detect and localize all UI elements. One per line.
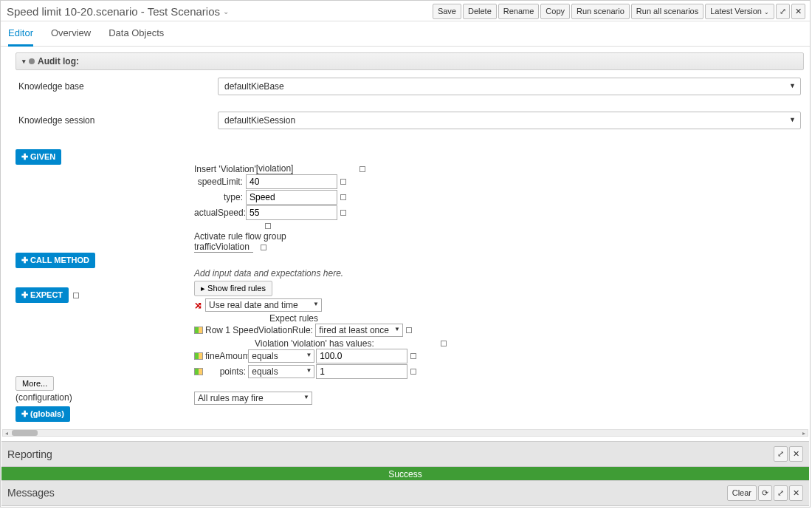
rules-fire-select[interactable]: All rules may fire <box>194 392 312 405</box>
scroll-thumb[interactable] <box>12 430 38 436</box>
scroll-right-icon[interactable]: ▸ <box>800 430 808 436</box>
clear-button[interactable]: Clear <box>727 485 757 501</box>
tab-data-objects[interactable]: Data Objects <box>109 27 164 46</box>
remove-icon[interactable] <box>410 353 416 359</box>
more-button[interactable]: More... <box>16 376 54 391</box>
tab-overview[interactable]: Overview <box>51 27 91 46</box>
expand-icon[interactable]: ⤢ <box>774 446 788 462</box>
points-value-input[interactable] <box>316 364 407 379</box>
type-input[interactable] <box>246 190 337 205</box>
close-icon[interactable]: ✕ <box>789 485 803 501</box>
fineamount-value-input[interactable] <box>316 349 407 363</box>
save-button[interactable]: Save <box>433 4 461 19</box>
header-actions: Save Delete Rename Copy Run scenario Run… <box>433 4 805 19</box>
globals-label: (globals) <box>30 409 64 418</box>
speedlimit-label: speedLimit: <box>194 177 246 187</box>
fineamount-op-select[interactable]: equals <box>248 349 314 363</box>
copy-button[interactable]: Copy <box>540 4 570 19</box>
kbase-label: Knowledge base <box>18 81 218 92</box>
remove-icon[interactable] <box>261 245 266 250</box>
fired-condition-value: fired at least once <box>319 325 389 335</box>
refresh-icon[interactable]: ⟳ <box>758 485 772 501</box>
violation-header: Violation 'violation' has values: <box>255 338 374 349</box>
expand-icon[interactable]: ⤢ <box>776 4 790 19</box>
page-title[interactable]: Speed limit 10-20.scenario - Test Scenar… <box>7 5 229 18</box>
call-method-label: CALL METHOD <box>30 256 89 264</box>
title-text: Speed limit 10-20.scenario - Test Scenar… <box>7 5 220 18</box>
messages-header: Messages Clear ⟳ ⤢ ✕ <box>1 480 809 506</box>
points-op: equals <box>252 366 278 377</box>
globals-button[interactable]: ✚ (globals) <box>16 406 70 422</box>
fineamount-op: equals <box>252 351 278 361</box>
caret-down-icon: ▾ <box>22 58 26 65</box>
reporting-title: Reporting <box>7 448 52 460</box>
row-icon <box>194 327 203 334</box>
remove-icon[interactable] <box>340 179 346 185</box>
row-icon <box>194 368 203 375</box>
reporting-header: Reporting ⤢ ✕ <box>1 441 809 467</box>
fineamount-label: fineAmount: <box>205 351 246 361</box>
show-fired-rules-button[interactable]: ▸ Show fired rules <box>194 281 272 296</box>
delete-button[interactable]: Delete <box>463 4 497 19</box>
close-icon[interactable]: ✕ <box>791 4 805 19</box>
row1-label: Row 1 <box>205 325 230 335</box>
remove-icon[interactable] <box>340 194 346 200</box>
remove-icon[interactable] <box>73 293 79 298</box>
ksession-select[interactable]: defaultKieSession <box>218 112 801 129</box>
remove-icon[interactable] <box>359 166 365 172</box>
rules-fire-value: All rules may fire <box>198 393 264 403</box>
version-dropdown[interactable]: Latest Version ⌄ <box>705 4 774 19</box>
type-label: type: <box>194 192 246 202</box>
actualspeed-input[interactable] <box>246 205 337 220</box>
record-dot-icon <box>29 58 35 64</box>
speedlimit-input[interactable] <box>246 174 337 189</box>
call-method-button[interactable]: ✚ CALL METHOD <box>16 253 95 268</box>
messages-title: Messages <box>7 487 55 499</box>
ksession-row: Knowledge session defaultKieSession <box>1 107 810 134</box>
kbase-row: Knowledge base defaultKieBase <box>1 73 810 100</box>
run-scenario-button[interactable]: Run scenario <box>571 4 630 19</box>
date-mode-select[interactable]: Use real date and time <box>205 298 322 312</box>
given-label: GIVEN <box>30 152 55 161</box>
activate-label: Activate rule flow group <box>194 231 365 242</box>
header-bar: Speed limit 10-20.scenario - Test Scenar… <box>1 1 810 21</box>
fired-condition-select[interactable]: fired at least once <box>315 324 403 337</box>
audit-label: Audit log: <box>38 56 79 66</box>
kbase-select[interactable]: defaultKieBase <box>218 78 801 95</box>
ksession-label: Knowledge session <box>18 115 218 126</box>
scroll-left-icon[interactable]: ◂ <box>3 430 10 436</box>
expect-button[interactable]: ✚ EXPECT <box>16 287 69 303</box>
actualspeed-label: actualSpeed: <box>194 208 246 218</box>
row1-rule: SpeedViolationRule: <box>233 325 313 335</box>
expand-icon[interactable]: ⤢ <box>774 485 788 501</box>
expect-rules-header: Expect rules <box>194 313 393 324</box>
expect-label: EXPECT <box>30 290 63 299</box>
remove-icon[interactable] <box>406 327 412 333</box>
tab-editor[interactable]: Editor <box>8 27 33 47</box>
remove-icon[interactable] <box>410 369 416 375</box>
add-field-icon[interactable] <box>265 223 271 229</box>
ksession-value: defaultKieSession <box>224 115 295 126</box>
insert-label: Insert 'Violation' <box>194 164 256 174</box>
insert-bracket: [violation] <box>256 163 294 174</box>
remove-icon[interactable] <box>340 210 346 216</box>
ruleflow-value: trafficViolation <box>194 242 253 253</box>
version-label: Latest Version <box>710 7 762 16</box>
messages-panel: Messages Clear ⟳ ⤢ ✕ <box>1 480 809 506</box>
date-icon: ⤨ <box>194 300 202 311</box>
rename-button[interactable]: Rename <box>498 4 540 19</box>
expect-note: Add input data and expectations here. <box>194 268 447 279</box>
kbase-value: defaultKieBase <box>224 81 284 92</box>
remove-icon[interactable] <box>441 341 447 346</box>
audit-log-bar[interactable]: ▾ Audit log: <box>16 52 804 70</box>
chevron-down-icon[interactable]: ⌄ <box>223 7 229 16</box>
horizontal-scrollbar[interactable]: ◂ ▸ <box>2 429 808 437</box>
given-button[interactable]: ✚ GIVEN <box>16 149 61 165</box>
run-all-scenarios-button[interactable]: Run all scenarios <box>631 4 703 19</box>
row-icon <box>194 352 203 360</box>
tab-bar: Editor Overview Data Objects <box>1 21 810 47</box>
date-mode-value: Use real date and time <box>209 300 298 310</box>
points-label: points: <box>205 366 246 377</box>
points-op-select[interactable]: equals <box>248 365 314 378</box>
close-icon[interactable]: ✕ <box>789 446 803 462</box>
